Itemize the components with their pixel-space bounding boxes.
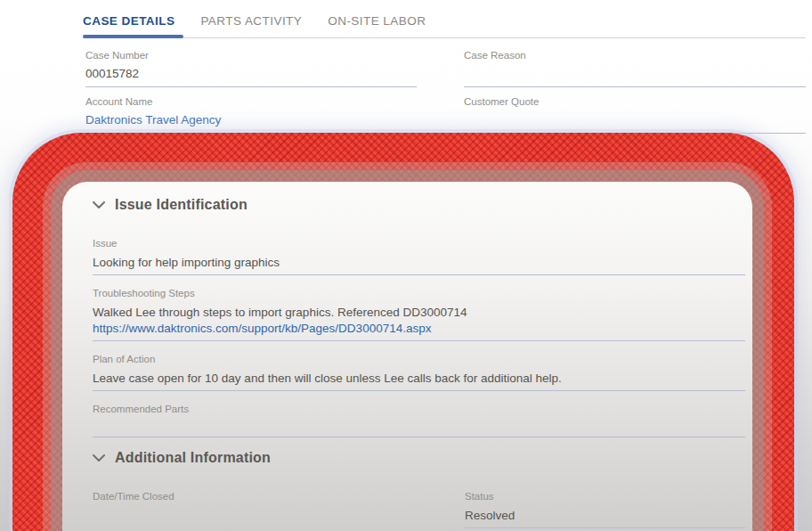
tab-parts-activity[interactable]: PARTS ACTIVITY [200,14,302,28]
section-title: Issue Identification [115,196,248,214]
field-customer-quote: Customer Quote [464,95,806,134]
field-label: Troubleshooting Steps [93,287,745,299]
section-title: Additional Information [115,449,271,467]
field-label: Recommended Parts [93,403,745,415]
chevron-down-icon [93,201,105,208]
field-recommended-parts: Recommended Parts [93,403,745,437]
field-label: Customer Quote [464,95,806,108]
additional-info-row: Date/Time Closed Status Resolved [93,490,745,531]
field-value: 00015782 [85,66,417,87]
field-case-number: Case Number 00015782 [85,49,417,87]
field-label: Case Reason [464,49,806,61]
field-label: Date/Time Closed [93,490,415,502]
field-value: Daktronics Travel Agency [85,112,417,134]
field-case-reason: Case Reason [464,49,806,87]
section-header-additional-information[interactable]: Additional Information [93,449,745,467]
field-value [93,508,415,529]
active-tab-indicator [83,35,183,38]
field-value [464,112,806,134]
record-tabbar: CASE DETAILS PARTS ACTIVITY ON-SITE LABO… [83,14,426,28]
field-account-name: Account Name Daktronics Travel Agency [85,95,417,134]
field-value: Looking for help importing graphics [93,255,745,271]
field-issue: Issue Looking for help importing graphic… [93,237,745,275]
field-status: Status Resolved [465,490,745,528]
tab-on-site-labor[interactable]: ON-SITE LABOR [328,14,426,28]
tabbar-divider [83,37,806,38]
field-date-time-closed: Date/Time Closed [93,490,415,531]
field-label: Case Number [85,49,417,61]
field-label: Plan of Action [93,353,745,365]
highlighted-detail-panel: Issue Identification Issue Looking for h… [62,182,752,531]
case-record-page: CASE DETAILS PARTS ACTIVITY ON-SITE LABO… [0,0,812,531]
tab-case-details[interactable]: CASE DETAILS [83,14,175,28]
section-header-issue-identification[interactable]: Issue Identification [93,196,745,214]
field-plan-of-action: Plan of Action Leave case open for 10 da… [93,353,745,391]
account-name-link[interactable]: Daktronics Travel Agency [85,113,221,127]
field-value [93,421,745,433]
field-label: Account Name [85,95,417,108]
field-value: Walked Lee through steps to import graph… [93,305,745,321]
field-troubleshooting-steps: Troubleshooting Steps Walked Lee through… [93,287,745,341]
field-value: Resolved [465,508,745,524]
field-label: Status [465,490,745,502]
kb-article-link[interactable]: https://www.daktronics.com/support/kb/Pa… [93,321,745,337]
chevron-down-icon [93,454,105,462]
field-label: Issue [93,237,745,249]
field-value [464,66,806,87]
field-value: Leave case open for 10 day and then will… [93,371,745,387]
